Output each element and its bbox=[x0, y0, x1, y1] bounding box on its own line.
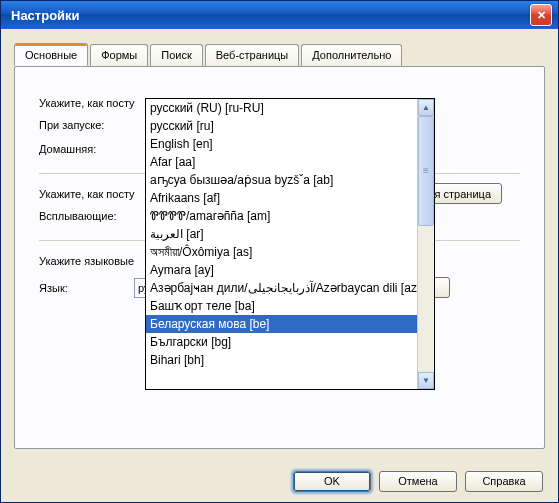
dropdown-item[interactable]: English [en] bbox=[146, 135, 417, 153]
tab-search[interactable]: Поиск bbox=[150, 44, 202, 66]
tab-strip: Основные Формы Поиск Веб-страницы Дополн… bbox=[14, 44, 402, 66]
button-label: Отмена bbox=[398, 475, 437, 487]
scroll-up-button[interactable]: ▲ bbox=[418, 99, 434, 116]
dropdown-item[interactable]: Български [bg] bbox=[146, 333, 417, 351]
dropdown-items: русский (RU) [ru-RU]русский [ru]English … bbox=[146, 99, 417, 389]
settings-dialog: Настройки ✕ Основные Формы Поиск Веб-стр… bbox=[0, 0, 559, 503]
tab-label: Веб-страницы bbox=[216, 49, 289, 61]
dropdown-item[interactable]: Afrikaans [af] bbox=[146, 189, 417, 207]
tab-main[interactable]: Основные bbox=[14, 43, 88, 66]
titlebar[interactable]: Настройки ✕ bbox=[1, 1, 558, 29]
scroll-down-button[interactable]: ▼ bbox=[418, 372, 434, 389]
ok-button[interactable]: OK bbox=[293, 471, 371, 492]
dropdown-item[interactable]: Afar [aa] bbox=[146, 153, 417, 171]
startup-label: При запуске: bbox=[39, 119, 134, 131]
tab-label: Дополнительно bbox=[312, 49, 391, 61]
tab-label: Формы bbox=[101, 49, 137, 61]
help-button[interactable]: Справка bbox=[465, 471, 543, 492]
dropdown-item[interactable]: Aymara [ay] bbox=[146, 261, 417, 279]
dropdown-item[interactable]: Беларуская мова [be] bbox=[146, 315, 417, 333]
tab-forms[interactable]: Формы bbox=[90, 44, 148, 66]
button-label: OK bbox=[324, 475, 340, 487]
dropdown-item[interactable]: ᏈᏈᏈᏈ/amarəñña [am] bbox=[146, 207, 417, 225]
cancel-button[interactable]: Отмена bbox=[379, 471, 457, 492]
dropdown-item[interactable]: العربية [ar] bbox=[146, 225, 417, 243]
dropdown-item[interactable]: русский (RU) [ru-RU] bbox=[146, 99, 417, 117]
home-label: Домашняя: bbox=[39, 143, 134, 155]
dropdown-item[interactable]: Башҡорт теле [ba] bbox=[146, 297, 417, 315]
scrollbar[interactable]: ▲ ▼ bbox=[417, 99, 434, 389]
scroll-track[interactable] bbox=[418, 116, 434, 372]
button-label: Справка bbox=[482, 475, 525, 487]
tab-label: Поиск bbox=[161, 49, 191, 61]
scroll-thumb[interactable] bbox=[418, 116, 434, 226]
dropdown-item[interactable]: Bihari [bh] bbox=[146, 351, 417, 369]
button-label: ая страница bbox=[428, 188, 491, 200]
close-icon: ✕ bbox=[537, 9, 546, 22]
dropdown-item[interactable]: аҧсуа бызшәа/aṗsua byzšˇa [ab] bbox=[146, 171, 417, 189]
close-button[interactable]: ✕ bbox=[530, 4, 552, 26]
popups-label: Всплывающие: bbox=[39, 210, 134, 222]
dropdown-item[interactable]: русский [ru] bbox=[146, 117, 417, 135]
dropdown-item[interactable]: অসমীয়া/Ôxômiya [as] bbox=[146, 243, 417, 261]
window-title: Настройки bbox=[11, 8, 530, 23]
language-label: Язык: bbox=[39, 282, 134, 294]
language-dropdown-list[interactable]: русский (RU) [ru-RU]русский [ru]English … bbox=[145, 98, 435, 390]
tab-webpages[interactable]: Веб-страницы bbox=[205, 44, 300, 66]
tab-advanced[interactable]: Дополнительно bbox=[301, 44, 402, 66]
dropdown-item[interactable]: Азәрбајҹан дили/آذربایجانجیلی/Azərbaycan… bbox=[146, 279, 417, 297]
tab-label: Основные bbox=[25, 49, 77, 61]
client-area: Основные Формы Поиск Веб-страницы Дополн… bbox=[2, 30, 557, 501]
dialog-buttons: OK Отмена Справка bbox=[2, 461, 557, 501]
